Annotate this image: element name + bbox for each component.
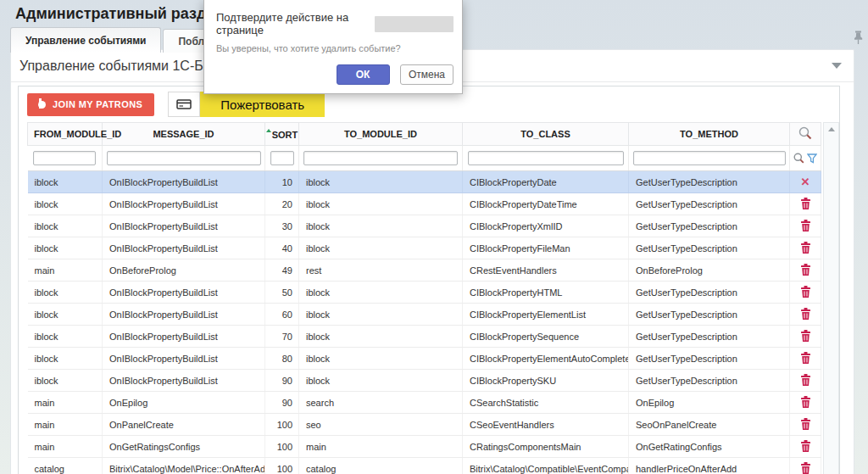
ok-button[interactable]: ОК: [337, 64, 390, 85]
join-patrons-button[interactable]: JOIN MY PATRONS: [27, 93, 154, 116]
cell-sort: 90: [265, 392, 299, 414]
donate-widget: Пожертвовать: [168, 92, 325, 117]
table-row[interactable]: iblockOnIBlockPropertyBuildList80iblockC…: [28, 348, 821, 370]
cell-from-module: catalog: [28, 458, 103, 474]
cell-to-module: iblock: [299, 370, 463, 392]
delete-icon[interactable]: [790, 282, 821, 304]
filter-to-class-input[interactable]: [468, 151, 624, 165]
table-row[interactable]: iblockOnIBlockPropertyBuildList40iblockC…: [28, 237, 821, 259]
table-row[interactable]: mainOnPanelCreate100seoCSeoEventHandlers…: [28, 414, 821, 436]
cell-to-module: iblock: [299, 215, 463, 237]
table-row[interactable]: iblockOnIBlockPropertyBuildList30iblockC…: [28, 215, 821, 237]
cell-from-module: iblock: [28, 215, 103, 237]
filter-from-module-input[interactable]: [33, 151, 96, 165]
column-header-to-module-id[interactable]: TO_MODULE_ID: [299, 123, 463, 146]
credit-card-icon[interactable]: [168, 92, 200, 117]
table-row[interactable]: iblockOnIBlockPropertyBuildList90iblockC…: [28, 370, 821, 392]
cell-from-module: iblock: [28, 282, 103, 304]
trash-icon: [800, 220, 811, 231]
table-row[interactable]: iblockOnIBlockPropertyBuildList60iblockC…: [28, 304, 821, 326]
cell-message-id: OnBeforeProlog: [103, 259, 265, 282]
cell-message-id: OnIBlockPropertyBuildList: [103, 193, 265, 215]
cell-to-class: Bitrix\Catalog\Compatible\EventCompatibi…: [463, 458, 629, 474]
delete-icon[interactable]: [790, 215, 821, 237]
donate-button[interactable]: Пожертвовать: [200, 92, 325, 117]
cell-to-module: catalog: [299, 458, 463, 474]
column-header-search[interactable]: [790, 123, 821, 146]
delete-icon[interactable]: [790, 193, 821, 215]
cell-to-module: main: [299, 436, 463, 458]
cell-message-id: OnGetRatingsConfigs: [103, 436, 265, 458]
cell-to-method: OnGetRatingConfigs: [629, 436, 790, 458]
column-header-from-module-id[interactable]: FROM_MODULE_ID: [28, 123, 103, 146]
cell-sort: 60: [265, 304, 299, 326]
cell-to-method: SeoOnPanelCreate: [629, 414, 790, 436]
filter-sort-input[interactable]: [270, 151, 294, 165]
table-row[interactable]: iblockOnIBlockPropertyBuildList70iblockC…: [28, 326, 821, 348]
cell-sort: 90: [265, 370, 299, 392]
delete-icon[interactable]: [790, 348, 821, 370]
table-row[interactable]: mainOnEpilog90searchCSearchStatisticOnEp…: [28, 392, 821, 414]
cell-from-module: iblock: [28, 348, 103, 370]
table-row[interactable]: iblockOnIBlockPropertyBuildList50iblockC…: [28, 282, 821, 304]
cell-message-id: OnIBlockPropertyBuildList: [103, 304, 265, 326]
cell-to-module: seo: [299, 414, 463, 436]
cell-to-method: OnBeforeProlog: [629, 259, 790, 282]
delete-icon[interactable]: [790, 392, 821, 414]
table-row[interactable]: mainOnGetRatingsConfigs100mainCRatingsCo…: [28, 436, 821, 458]
trash-icon: [800, 330, 811, 342]
tab-event-management[interactable]: Управление событиями: [10, 27, 161, 53]
table-row[interactable]: catalogBitrix\Catalog\Model\Price::OnAft…: [28, 458, 821, 474]
cell-to-module: search: [299, 392, 463, 414]
delete-icon[interactable]: [790, 304, 821, 326]
cell-to-class: CIBlockPropertyFileMan: [463, 237, 629, 259]
cell-from-module: iblock: [28, 370, 103, 392]
search-icon[interactable]: [793, 153, 804, 163]
cancel-button[interactable]: Отмена: [400, 64, 453, 85]
table-header-row: FROM_MODULE_ID MESSAGE_ID SORT TO_MODULE…: [28, 123, 821, 146]
filter-funnel-icon[interactable]: [807, 153, 817, 163]
events-table: FROM_MODULE_ID MESSAGE_ID SORT TO_MODULE…: [27, 122, 821, 474]
delete-icon[interactable]: [790, 458, 821, 474]
column-header-sort[interactable]: SORT: [265, 123, 299, 146]
table-row[interactable]: iblockOnIBlockPropertyBuildList10iblockC…: [28, 171, 821, 193]
delete-icon[interactable]: [790, 436, 821, 458]
table-row[interactable]: iblockOnIBlockPropertyBuildList20iblockC…: [28, 193, 821, 215]
cell-to-method: GetUserTypeDescription: [629, 237, 790, 259]
cell-to-module: rest: [299, 259, 463, 282]
delete-icon[interactable]: [790, 414, 821, 436]
delete-icon[interactable]: [790, 237, 821, 259]
cell-sort: 40: [265, 237, 299, 259]
cell-message-id: OnIBlockPropertyBuildList: [103, 215, 265, 237]
trash-icon: [800, 242, 811, 254]
page-title: Административный раздел: [15, 5, 225, 23]
delete-icon[interactable]: [790, 259, 821, 282]
trash-icon: [800, 440, 811, 452]
pin-icon[interactable]: [853, 31, 864, 48]
cell-to-class: CIBlockPropertyXmlID: [463, 215, 629, 237]
cell-from-module: main: [28, 436, 103, 458]
column-header-to-method[interactable]: TO_METHOD: [629, 123, 790, 146]
column-header-to-class[interactable]: TO_CLASS: [463, 123, 629, 146]
cell-sort: 100: [265, 436, 299, 458]
cell-to-module: iblock: [299, 282, 463, 304]
patreon-icon: [39, 98, 46, 110]
filter-to-module-input[interactable]: [303, 151, 458, 165]
filter-to-method-input[interactable]: [633, 151, 786, 165]
trash-icon: [800, 352, 811, 364]
cell-sort: 30: [265, 215, 299, 237]
table-scrollbar[interactable]: [823, 122, 839, 474]
cell-to-class: CIBlockPropertyElementList: [463, 304, 629, 326]
cell-sort: 80: [265, 348, 299, 370]
delete-icon[interactable]: [790, 326, 821, 348]
table-row[interactable]: mainOnBeforeProlog49restCRestEventHandle…: [28, 259, 821, 282]
trash-icon: [800, 396, 811, 408]
chevron-down-icon[interactable]: [832, 63, 842, 69]
dialog-message: Вы уверены, что хотите удалить событие?: [216, 43, 453, 53]
filter-message-id-input[interactable]: [107, 151, 261, 165]
column-header-message-id[interactable]: MESSAGE_ID: [103, 123, 265, 146]
close-icon[interactable]: ✕: [790, 171, 821, 193]
cell-to-method: GetUserTypeDescription: [629, 326, 790, 348]
scroll-up-icon[interactable]: [828, 127, 835, 131]
delete-icon[interactable]: [790, 370, 821, 392]
